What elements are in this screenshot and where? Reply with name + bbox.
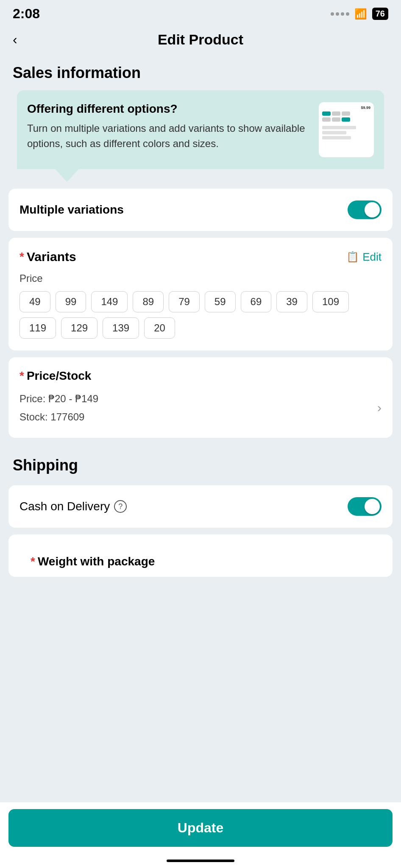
cod-toggle[interactable] [348, 497, 382, 516]
price-chip[interactable]: 79 [169, 291, 200, 312]
status-bar: 2:08 📶 76 [0, 0, 401, 25]
multiple-variations-card: Multiple variations [8, 189, 393, 231]
price-chip[interactable]: 49 [19, 291, 50, 312]
weight-card: * Weight with package [8, 534, 393, 577]
price-stock-row: Price: ₱20 - ₱149 Stock: 177609 › [19, 389, 382, 426]
price-stock-info: Price: ₱20 - ₱149 Stock: 177609 [19, 389, 98, 426]
price-chip[interactable]: 149 [91, 291, 128, 312]
edit-icon: 📋 [346, 251, 359, 263]
home-indicator [167, 860, 234, 862]
required-indicator-2: * [19, 369, 24, 383]
battery-icon: 76 [372, 8, 388, 20]
info-banner-text: Offering different options? Turn on mult… [27, 102, 312, 151]
info-banner-wrapper: Offering different options? Turn on mult… [8, 90, 393, 182]
status-time: 2:08 [13, 6, 40, 22]
shipping-section-title: Shipping [0, 445, 401, 479]
required-indicator: * [19, 250, 24, 264]
price-chip[interactable]: 59 [205, 291, 236, 312]
price-chip[interactable]: 39 [276, 291, 307, 312]
help-icon[interactable]: ? [114, 500, 127, 513]
price-chip[interactable]: 109 [312, 291, 349, 312]
variants-header: * Variants 📋 Edit [19, 250, 382, 264]
status-icons: 📶 76 [331, 8, 388, 20]
price-label: Price [19, 273, 382, 284]
update-button[interactable]: Update [8, 809, 393, 847]
price-stock-title: * Price/Stock [19, 369, 91, 383]
price-range: Price: ₱20 - ₱149 [19, 389, 98, 408]
cod-label: Cash on Delivery ? [19, 500, 127, 513]
required-indicator-3: * [31, 555, 35, 568]
bottom-bar: Update [0, 802, 401, 868]
info-banner: Offering different options? Turn on mult… [17, 90, 384, 169]
cash-on-delivery-card: Cash on Delivery ? [8, 485, 393, 528]
variants-card: * Variants 📋 Edit Price 4999149897959693… [8, 238, 393, 351]
price-chips-grid: 4999149897959693910911912913920 [19, 291, 382, 339]
variants-edit-button[interactable]: 📋 Edit [346, 250, 382, 264]
sales-section-title: Sales information [0, 52, 401, 90]
price-chip[interactable]: 69 [241, 291, 272, 312]
back-button[interactable]: ‹ [13, 33, 17, 46]
info-banner-title: Offering different options? [27, 102, 312, 116]
info-banner-description: Turn on multiple variations and add vari… [27, 121, 312, 151]
variants-title: * Variants [19, 250, 76, 264]
multiple-variations-label: Multiple variations [19, 203, 124, 217]
chevron-right-icon: › [377, 401, 382, 415]
price-stock-header: * Price/Stock [19, 369, 382, 383]
price-chip[interactable]: 20 [144, 317, 175, 339]
price-chip[interactable]: 89 [133, 291, 164, 312]
weight-title: * Weight with package [19, 546, 382, 573]
wifi-icon: 📶 [354, 8, 367, 20]
price-chip[interactable]: 99 [56, 291, 86, 312]
signal-dots-icon [331, 12, 349, 16]
page-title: Edit Product [158, 31, 243, 48]
cod-row: Cash on Delivery ? [19, 497, 382, 516]
multiple-variations-toggle[interactable] [348, 200, 382, 219]
price-stock-card[interactable]: * Price/Stock Price: ₱20 - ₱149 Stock: 1… [8, 357, 393, 438]
banner-arrow [55, 169, 79, 182]
price-chip[interactable]: 139 [103, 317, 139, 339]
multiple-variations-row: Multiple variations [19, 200, 382, 219]
price-chip[interactable]: 119 [19, 317, 56, 339]
info-banner-image: $9.99 [319, 102, 374, 157]
stock-value: Stock: 177609 [19, 408, 98, 426]
price-chip[interactable]: 129 [61, 317, 97, 339]
header: ‹ Edit Product [0, 25, 401, 52]
